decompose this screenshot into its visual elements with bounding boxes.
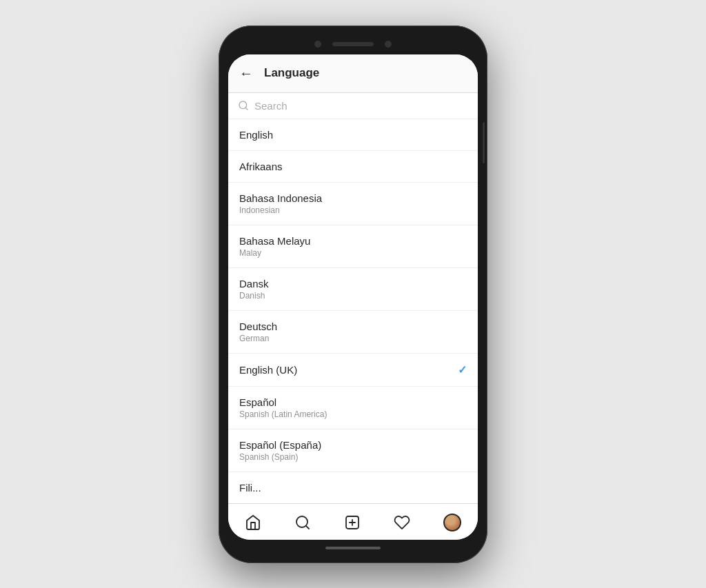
nav-add[interactable] <box>339 511 366 534</box>
language-name: Bahasa Indonesia <box>239 192 322 204</box>
language-name: Bahasa Melayu <box>239 235 310 247</box>
language-text: DanskDanish <box>239 278 269 301</box>
language-text: Bahasa MelayuMalay <box>239 235 310 258</box>
nav-activity[interactable] <box>388 511 416 534</box>
app-header: ← Language <box>228 54 478 93</box>
phone-camera <box>314 41 321 48</box>
language-text: Bahasa IndonesiaIndonesian <box>239 192 322 215</box>
language-text: English <box>239 129 273 141</box>
avatar <box>443 514 461 531</box>
language-item[interactable]: EspañolSpanish (Latin America) <box>228 387 478 429</box>
language-item-row: Español (España)Spanish (Spain) <box>239 439 467 462</box>
language-text: Fili... <box>239 482 261 494</box>
home-indicator <box>325 547 381 549</box>
language-name: Dansk <box>239 278 269 290</box>
language-text: DeutschGerman <box>239 321 277 343</box>
language-item-row: EspañolSpanish (Latin America) <box>239 396 467 419</box>
language-item[interactable]: Bahasa IndonesiaIndonesian <box>228 183 478 225</box>
language-item[interactable]: DanskDanish <box>228 268 478 311</box>
search-nav-icon <box>294 514 311 531</box>
language-subtitle: German <box>239 334 277 343</box>
home-icon <box>245 514 261 531</box>
language-item-row: English <box>239 129 467 141</box>
language-list: EnglishAfrikaansBahasa IndonesiaIndonesi… <box>228 119 478 503</box>
language-name: Español <box>239 396 327 408</box>
language-name: Fili... <box>239 482 261 494</box>
back-button[interactable]: ← <box>239 65 253 81</box>
language-subtitle: Danish <box>239 291 269 301</box>
phone-bottom-bar <box>228 540 478 554</box>
bottom-nav <box>228 503 478 540</box>
selected-checkmark: ✓ <box>458 363 467 376</box>
language-item[interactable]: Español (España)Spanish (Spain) <box>228 429 478 472</box>
phone-camera-2 <box>385 41 392 48</box>
language-item[interactable]: English (UK)✓ <box>228 354 478 387</box>
language-item-row: Fili... <box>239 482 467 494</box>
phone-screen: ← Language EnglishAfrikaansBahasa Indone… <box>228 54 478 540</box>
language-item-row: Afrikaans <box>239 161 467 172</box>
language-item-row: Bahasa MelayuMalay <box>239 235 467 258</box>
language-name: English (UK) <box>239 364 297 376</box>
language-item-row: DanskDanish <box>239 278 467 301</box>
phone-speaker <box>332 42 374 46</box>
language-text: English (UK) <box>239 364 297 376</box>
svg-line-3 <box>306 525 309 528</box>
add-icon <box>344 514 361 531</box>
language-text: Afrikaans <box>239 161 283 172</box>
language-item[interactable]: DeutschGerman <box>228 311 478 354</box>
language-item[interactable]: English <box>228 119 478 151</box>
phone-top-bar <box>228 35 478 54</box>
nav-search[interactable] <box>289 511 316 534</box>
svg-line-1 <box>245 108 248 110</box>
language-name: Afrikaans <box>239 161 283 172</box>
language-subtitle: Spanish (Spain) <box>239 452 321 462</box>
heart-icon <box>394 514 410 531</box>
language-item-row: Bahasa IndonesiaIndonesian <box>239 192 467 215</box>
page-title: Language <box>264 66 319 80</box>
search-input[interactable] <box>254 100 468 112</box>
avatar-image <box>445 515 460 530</box>
language-text: EspañolSpanish (Latin America) <box>239 396 327 419</box>
language-item[interactable]: Afrikaans <box>228 151 478 183</box>
search-bar <box>228 93 478 119</box>
language-subtitle: Spanish (Latin America) <box>239 409 327 419</box>
phone-side-button <box>483 122 485 163</box>
nav-profile[interactable] <box>438 511 467 534</box>
language-subtitle: Indonesian <box>239 205 322 215</box>
language-item[interactable]: Fili... <box>228 472 478 503</box>
search-icon <box>238 100 249 111</box>
nav-home[interactable] <box>239 511 267 534</box>
language-item-row: English (UK)✓ <box>239 363 467 376</box>
phone-device: ← Language EnglishAfrikaansBahasa Indone… <box>219 26 487 563</box>
language-item-row: DeutschGerman <box>239 321 467 343</box>
language-name: Deutsch <box>239 321 277 332</box>
language-name: English <box>239 129 273 141</box>
language-subtitle: Malay <box>239 248 310 258</box>
language-text: Español (España)Spanish (Spain) <box>239 439 321 462</box>
language-name: Español (España) <box>239 439 321 451</box>
language-item[interactable]: Bahasa MelayuMalay <box>228 225 478 268</box>
